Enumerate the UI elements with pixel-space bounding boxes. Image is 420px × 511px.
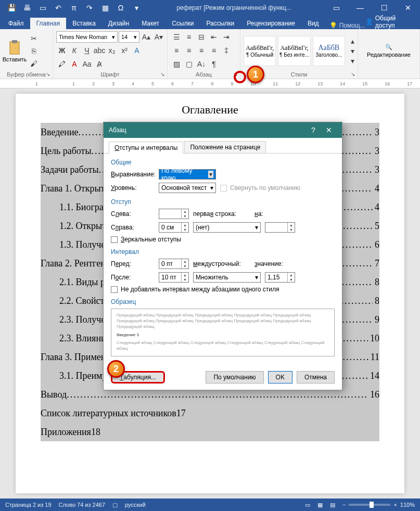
cancel-button[interactable]: Отмена	[297, 371, 335, 384]
underline-icon[interactable]: Ч	[81, 45, 93, 56]
tab-view[interactable]: Вид	[301, 18, 325, 29]
minimize-button[interactable]: —	[348, 0, 372, 16]
qat-dropdown-icon[interactable]: ▾	[129, 1, 144, 15]
format-painter-icon[interactable]: 🖌	[28, 58, 40, 69]
mirror-checkbox[interactable]	[111, 236, 118, 243]
maximize-button[interactable]: ☐	[372, 0, 396, 16]
styles-up-icon[interactable]: ▴	[347, 36, 359, 46]
font-size-combo[interactable]: 14▾	[119, 31, 139, 43]
ruler[interactable]: 11234567891011121314151617	[0, 79, 420, 88]
align-center-icon[interactable]: ≡	[183, 45, 195, 56]
view-print-icon[interactable]: ▦	[317, 502, 323, 508]
tell-me[interactable]: 💡 Помощ...	[329, 22, 365, 29]
bold-icon[interactable]: Ж	[56, 45, 68, 56]
justify-icon[interactable]: ≡	[208, 45, 220, 56]
nospace-checkbox[interactable]	[111, 286, 118, 293]
share-button[interactable]: 👤 Общий доступ	[365, 15, 414, 29]
style-heading1[interactable]: АаБбВЗаголово...	[313, 36, 345, 66]
tab-references[interactable]: Ссылки	[166, 18, 200, 29]
dialog-titlebar[interactable]: Абзац ? ✕	[104, 122, 342, 138]
status-page[interactable]: Страница 2 из 19	[5, 502, 52, 508]
symbol-icon[interactable]: Ω	[113, 1, 128, 15]
level-combo[interactable]: Основной текст▾	[159, 183, 216, 193]
tab-home[interactable]: Главная	[30, 18, 67, 29]
status-words[interactable]: Слово 74 из 2467	[59, 502, 106, 508]
zoom-slider[interactable]	[349, 504, 390, 506]
doc-icon[interactable]: ▭	[35, 1, 50, 15]
clipboard-launcher[interactable]: ↘	[44, 70, 52, 78]
tab-insert[interactable]: Вставка	[66, 18, 102, 29]
dialog-close-button[interactable]: ✕	[321, 126, 337, 134]
clear-format-icon[interactable]: A̷	[94, 58, 105, 70]
help-button[interactable]: ?	[306, 126, 321, 134]
indent-by-spin[interactable]: ▲▼	[265, 222, 295, 233]
styles-more-icon[interactable]: ▾	[347, 56, 359, 66]
ribbon-options-icon[interactable]: ▭	[324, 0, 348, 16]
align-left-icon[interactable]: ≡	[171, 45, 182, 56]
sort-icon[interactable]: A↓	[196, 58, 207, 70]
default-button[interactable]: По умолчанию	[206, 371, 263, 384]
print-icon[interactable]: 🖶	[20, 1, 34, 15]
ok-button[interactable]: OK	[268, 371, 292, 384]
save-icon[interactable]: 💾	[4, 1, 19, 15]
tab-file[interactable]: Файл	[2, 18, 30, 29]
zoom-out-button[interactable]: −	[342, 502, 346, 508]
redo-icon[interactable]: ↷	[82, 1, 97, 15]
text-effects-icon[interactable]: A	[131, 45, 143, 56]
zoom-in-button[interactable]: +	[393, 502, 397, 508]
increase-indent-icon[interactable]: ⇥	[221, 31, 232, 43]
subscript-icon[interactable]: x₂	[106, 45, 118, 56]
paste-button[interactable]: Вставить	[3, 34, 26, 68]
after-spin[interactable]: 10 пт▲▼	[159, 272, 189, 283]
view-read-icon[interactable]: ▭	[305, 502, 310, 508]
change-case-icon[interactable]: Aa	[81, 58, 93, 70]
equation-icon[interactable]: π	[67, 1, 81, 15]
style-normal[interactable]: АаБбВвГг,¶ Обычный	[244, 36, 276, 66]
tab-position[interactable]: Положение на странице	[184, 141, 266, 153]
decrease-indent-icon[interactable]: ⇤	[208, 31, 220, 43]
table-icon[interactable]: ▦	[98, 1, 112, 15]
bullets-icon[interactable]: ☰	[171, 31, 182, 43]
undo-icon[interactable]: ↶	[51, 1, 66, 15]
copy-icon[interactable]: ⎘	[28, 45, 40, 57]
before-spin[interactable]: 0 пт▲▼	[159, 259, 189, 269]
tab-layout[interactable]: Макет	[135, 18, 166, 29]
shrink-font-icon[interactable]: A▾	[153, 31, 164, 43]
indent-left-spin[interactable]: ▲▼	[159, 209, 189, 219]
indent-right-spin[interactable]: 0 см▲▼	[159, 222, 189, 233]
font-color-icon[interactable]: A	[69, 58, 80, 70]
close-button[interactable]: ✕	[396, 0, 420, 16]
numbering-icon[interactable]: ≡	[183, 31, 195, 43]
line-spacing-icon[interactable]: ‡	[221, 45, 232, 56]
zoom-level[interactable]: 110%	[400, 502, 415, 508]
font-launcher[interactable]: ↘	[159, 70, 166, 78]
view-web-icon[interactable]: ▤	[330, 502, 335, 508]
toc-line[interactable]: Приложения18	[41, 423, 379, 441]
tab-review[interactable]: Рецензирование	[240, 18, 301, 29]
at-spin[interactable]: 1,15▲▼	[265, 272, 295, 283]
superscript-icon[interactable]: x²	[119, 45, 130, 56]
status-lang[interactable]: русский	[125, 502, 145, 508]
grow-font-icon[interactable]: A▴	[141, 31, 152, 43]
toc-line[interactable]: Список литературных источников17	[41, 404, 379, 423]
font-name-combo[interactable]: Times New Roman▾	[56, 31, 118, 43]
show-marks-icon[interactable]: ¶	[208, 58, 220, 70]
spellcheck-icon[interactable]: ▢	[112, 502, 118, 508]
tab-indents[interactable]: Отступы и интервалы	[109, 142, 183, 154]
highlight-icon[interactable]: 🖍	[56, 58, 68, 70]
shading-icon[interactable]: ▨	[171, 58, 182, 70]
editing-button[interactable]: 🔍 Редактирование	[367, 34, 411, 68]
multilevel-icon[interactable]: ⊟	[196, 31, 207, 43]
alignment-combo[interactable]: По левому краю▾	[159, 169, 216, 180]
strike-icon[interactable]: abc	[94, 45, 105, 56]
styles-launcher[interactable]: ↘	[349, 70, 357, 78]
style-nospacing[interactable]: АаБбВвГг,¶ Без инте...	[278, 36, 310, 66]
borders-icon[interactable]: ▢	[183, 58, 195, 70]
firstline-combo[interactable]: (нет)▾	[193, 222, 261, 233]
cut-icon[interactable]: ✂	[28, 33, 40, 44]
align-right-icon[interactable]: ≡	[196, 45, 207, 56]
styles-down-icon[interactable]: ▾	[347, 46, 359, 56]
tab-mailings[interactable]: Рассылки	[200, 18, 240, 29]
tab-design[interactable]: Дизайн	[102, 18, 135, 29]
italic-icon[interactable]: К	[69, 45, 80, 56]
